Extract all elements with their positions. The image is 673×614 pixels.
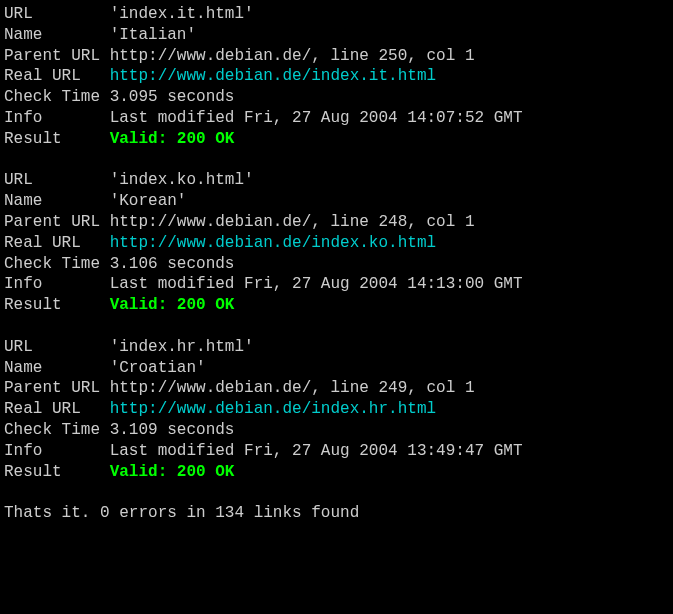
parent-url-value: http://www.debian.de/, line 248, col 1 (110, 213, 475, 231)
url-label: URL (4, 4, 110, 25)
output-line: Result Valid: 200 OK (4, 129, 669, 150)
url-value: 'index.it.html' (110, 5, 254, 23)
url-label: URL (4, 337, 110, 358)
real-url-value: http://www.debian.de/index.hr.html (110, 400, 436, 418)
output-line: Check Time 3.095 seconds (4, 87, 669, 108)
output-line: Parent URL http://www.debian.de/, line 2… (4, 378, 669, 399)
name-label: Name (4, 25, 110, 46)
output-line: URL 'index.hr.html' (4, 337, 669, 358)
blank-line (4, 482, 669, 503)
check-time-value: 3.109 seconds (110, 421, 235, 439)
output-line: Real URL http://www.debian.de/index.hr.h… (4, 399, 669, 420)
output-line: Info Last modified Fri, 27 Aug 2004 14:0… (4, 108, 669, 129)
output-line: Info Last modified Fri, 27 Aug 2004 14:1… (4, 274, 669, 295)
result-value: Valid: 200 OK (110, 296, 235, 314)
check-time-label: Check Time (4, 87, 110, 108)
output-line: Result Valid: 200 OK (4, 295, 669, 316)
output-line: Check Time 3.109 seconds (4, 420, 669, 441)
output-line: URL 'index.ko.html' (4, 170, 669, 191)
info-label: Info (4, 274, 110, 295)
check-time-value: 3.095 seconds (110, 88, 235, 106)
output-line: Thats it. 0 errors in 134 links found (4, 503, 669, 524)
info-label: Info (4, 108, 110, 129)
blank-line (4, 150, 669, 171)
info-value: Last modified Fri, 27 Aug 2004 13:49:47 … (110, 442, 523, 460)
output-line: Name 'Italian' (4, 25, 669, 46)
real-url-label: Real URL (4, 66, 110, 87)
output-line: Result Valid: 200 OK (4, 462, 669, 483)
result-label: Result (4, 295, 110, 316)
name-value: 'Croatian' (110, 359, 206, 377)
output-line: Name 'Korean' (4, 191, 669, 212)
output-line: Check Time 3.106 seconds (4, 254, 669, 275)
output-line: Parent URL http://www.debian.de/, line 2… (4, 46, 669, 67)
info-value: Last modified Fri, 27 Aug 2004 14:13:00 … (110, 275, 523, 293)
output-line: Parent URL http://www.debian.de/, line 2… (4, 212, 669, 233)
url-value: 'index.ko.html' (110, 171, 254, 189)
real-url-label: Real URL (4, 399, 110, 420)
name-value: 'Korean' (110, 192, 187, 210)
real-url-value: http://www.debian.de/index.ko.html (110, 234, 436, 252)
result-value: Valid: 200 OK (110, 463, 235, 481)
real-url-label: Real URL (4, 233, 110, 254)
parent-url-value: http://www.debian.de/, line 250, col 1 (110, 47, 475, 65)
check-time-value: 3.106 seconds (110, 255, 235, 273)
parent-url-label: Parent URL (4, 46, 110, 67)
parent-url-value: http://www.debian.de/, line 249, col 1 (110, 379, 475, 397)
terminal-output: URL 'index.it.html'Name 'Italian'Parent … (4, 4, 669, 524)
result-value: Valid: 200 OK (110, 130, 235, 148)
name-value: 'Italian' (110, 26, 196, 44)
name-label: Name (4, 358, 110, 379)
parent-url-label: Parent URL (4, 378, 110, 399)
check-time-label: Check Time (4, 420, 110, 441)
url-label: URL (4, 170, 110, 191)
url-value: 'index.hr.html' (110, 338, 254, 356)
output-line: Real URL http://www.debian.de/index.it.h… (4, 66, 669, 87)
result-label: Result (4, 129, 110, 150)
output-line: Info Last modified Fri, 27 Aug 2004 13:4… (4, 441, 669, 462)
summary-line: Thats it. 0 errors in 134 links found (4, 504, 359, 522)
real-url-value: http://www.debian.de/index.it.html (110, 67, 436, 85)
output-line: Real URL http://www.debian.de/index.ko.h… (4, 233, 669, 254)
info-label: Info (4, 441, 110, 462)
output-line: Name 'Croatian' (4, 358, 669, 379)
info-value: Last modified Fri, 27 Aug 2004 14:07:52 … (110, 109, 523, 127)
blank-line (4, 316, 669, 337)
check-time-label: Check Time (4, 254, 110, 275)
output-line: URL 'index.it.html' (4, 4, 669, 25)
name-label: Name (4, 191, 110, 212)
parent-url-label: Parent URL (4, 212, 110, 233)
result-label: Result (4, 462, 110, 483)
